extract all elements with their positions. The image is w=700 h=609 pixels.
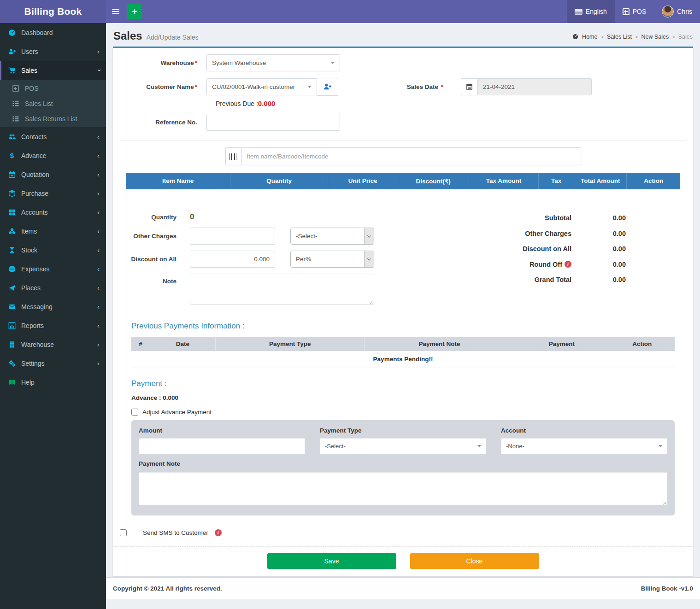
- payment-type-select[interactable]: -Select-: [320, 438, 486, 454]
- payments-pending-message: Payments Pending!!: [131, 351, 675, 368]
- main-content: Sales Add/Update Sales Home>Sales List>N…: [106, 23, 700, 609]
- barcode-icon: [229, 153, 237, 160]
- chevron-left-icon: ‹: [97, 265, 100, 272]
- other-charges-select-value: -Select-: [291, 233, 323, 240]
- breadcrumb-item-new-sales[interactable]: New Sales: [641, 34, 669, 40]
- total-label: Round Off: [529, 261, 562, 268]
- items-table-empty-body: [126, 189, 680, 202]
- top-nav: + English POS Chris: [106, 0, 700, 23]
- close-button[interactable]: Close: [410, 553, 539, 569]
- user-avatar: [662, 6, 674, 18]
- payments-column-payment: Payment: [514, 337, 609, 351]
- sidebar-item-users[interactable]: Users‹: [0, 42, 106, 61]
- sidebar-item-stock[interactable]: Stock‹: [0, 240, 106, 259]
- breadcrumb-item-sales-list[interactable]: Sales List: [607, 34, 632, 40]
- sales-date-group: Sales Date *: [407, 78, 592, 95]
- other-charges-select[interactable]: -Select-: [290, 228, 374, 245]
- advance-amount: Advance : 0.000: [131, 394, 675, 401]
- info-icon[interactable]: i: [565, 261, 571, 268]
- payment-section: Payment : Advance : 0.000 Adjust Advance…: [131, 379, 675, 515]
- sidebar-item-label: Messaging: [21, 303, 97, 310]
- sidebar-item-reports[interactable]: Reports‹: [0, 316, 106, 335]
- sidebar-item-places[interactable]: Places‹: [0, 278, 106, 297]
- payment-panel: Amount Payment Type -Select- Account: [131, 420, 675, 515]
- send-sms-checkbox[interactable]: [120, 529, 127, 536]
- sidebar-item-quotation[interactable]: Quotation‹: [0, 165, 106, 184]
- grid-icon: [7, 208, 17, 216]
- sidebar-subitem-sales-list[interactable]: Sales List: [0, 96, 106, 111]
- sidebar-item-label: Dashboard: [21, 29, 100, 36]
- pos-button[interactable]: POS: [615, 0, 654, 23]
- sidebar-item-label: Help: [21, 379, 100, 386]
- sidebar-item-sales[interactable]: Sales‹: [0, 61, 106, 80]
- adjust-advance-checkbox[interactable]: [131, 409, 138, 416]
- sidebar-subitem-sales-returns-list[interactable]: Sales Returns List: [0, 111, 106, 126]
- account-field-group: Account -None-: [501, 427, 667, 454]
- items-column-tax: Tax: [539, 173, 574, 189]
- calendar-button[interactable]: [461, 78, 477, 95]
- sidebar-item-contacts[interactable]: Contacts‹: [0, 127, 106, 146]
- calendar-plus-icon: [7, 170, 17, 178]
- sidebar-item-warehouse[interactable]: Warehouse‹: [0, 335, 106, 354]
- total-value: 0.00: [571, 245, 626, 252]
- sidebar-item-help[interactable]: Help: [0, 373, 106, 392]
- totals: Subtotal0.00Other Charges0.00Discount on…: [437, 212, 686, 310]
- sales-date-input[interactable]: [477, 78, 592, 95]
- total-label: Discount on All: [523, 245, 571, 252]
- note-textarea[interactable]: [190, 274, 374, 304]
- payment-note-textarea[interactable]: [139, 472, 667, 505]
- svg-text:$: $: [10, 152, 14, 159]
- add-customer-button[interactable]: [317, 78, 338, 96]
- sidebar-item-items[interactable]: Items‹: [0, 222, 106, 240]
- warehouse-select[interactable]: System Warehouse: [206, 54, 340, 71]
- breadcrumb-separator: >: [600, 34, 603, 40]
- discount-input[interactable]: [190, 251, 275, 268]
- language-flag-icon: [575, 9, 582, 15]
- sidebar-item-accounts[interactable]: Accounts‹: [0, 203, 106, 222]
- sidebar-item-messaging[interactable]: Messaging‹: [0, 297, 106, 316]
- reference-input[interactable]: [206, 114, 340, 131]
- total-row-other-charges: Other Charges0.00: [437, 230, 626, 237]
- chevron-down-icon: ‹: [95, 69, 102, 71]
- items-column-quantity: Quantity: [230, 173, 328, 189]
- item-search-input[interactable]: [241, 147, 581, 165]
- sales-form-card: Warehouse* System Warehouse Customer Nam…: [113, 47, 693, 576]
- sidebar-subitem-pos[interactable]: POS: [0, 81, 106, 96]
- copyright-text: Copyright © 2021 All rights reserved.: [113, 585, 222, 592]
- reference-label: Reference No.: [120, 119, 206, 126]
- sidebar-item-label: Stock: [21, 246, 97, 254]
- sidebar-subitem-label: POS: [25, 85, 39, 92]
- previous-due: Previous Due :0.000: [216, 100, 686, 107]
- account-select[interactable]: -None-: [501, 438, 667, 454]
- app-logo[interactable]: Billing Book: [0, 0, 106, 23]
- home-icon: [572, 34, 579, 40]
- contacts-icon: [7, 133, 17, 141]
- user-menu[interactable]: Chris: [654, 0, 700, 23]
- send-sms-row: Send SMS to Customer i: [120, 529, 686, 536]
- quick-add-button[interactable]: +: [127, 4, 142, 19]
- amount-input[interactable]: [139, 438, 305, 454]
- sidebar-item-dashboard[interactable]: Dashboard: [0, 23, 106, 42]
- language-menu[interactable]: English: [567, 0, 615, 23]
- sidebar-item-settings[interactable]: Settings‹: [0, 354, 106, 373]
- total-row-discount-on-all: Discount on All0.00: [437, 245, 626, 252]
- sidebar-item-purchase[interactable]: Purchase‹: [0, 184, 106, 203]
- discount-unit-select[interactable]: Per%: [290, 251, 374, 268]
- sidebar-toggle-button[interactable]: [106, 0, 125, 23]
- required-marker: *: [441, 83, 443, 90]
- pos-label: POS: [633, 8, 647, 15]
- breadcrumb-item-home[interactable]: Home: [582, 34, 597, 40]
- other-charges-input[interactable]: [190, 228, 275, 245]
- quantity-value: 0: [190, 212, 194, 222]
- version-text: Billing Book -v1.0: [641, 585, 693, 592]
- payments-column-date: Date: [150, 337, 215, 351]
- save-button[interactable]: Save: [267, 553, 396, 569]
- note-row: Note: [120, 274, 437, 304]
- customer-select[interactable]: CU/02/0001-Walk-in customer: [206, 78, 317, 95]
- info-icon[interactable]: i: [215, 529, 222, 536]
- sidebar-item-advance[interactable]: $Advance‹: [0, 146, 106, 165]
- discount-unit-value: Per%: [291, 256, 316, 263]
- book-icon: [7, 378, 17, 386]
- user-name: Chris: [677, 8, 692, 15]
- sidebar-item-expenses[interactable]: Expenses‹: [0, 259, 106, 278]
